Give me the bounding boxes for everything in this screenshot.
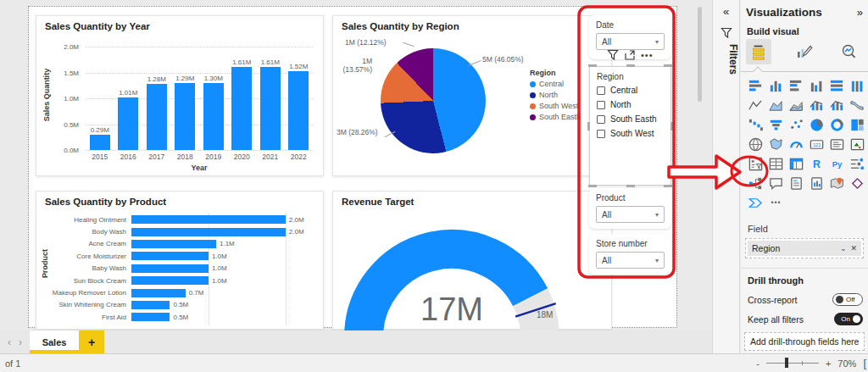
selection-handle[interactable]	[626, 64, 635, 67]
bar-column[interactable]: 1.30M	[199, 47, 228, 150]
scatter-chart-icon[interactable]	[786, 117, 806, 133]
keep-all-filters-toggle[interactable]: On	[834, 313, 863, 325]
selection-handle[interactable]	[626, 185, 635, 187]
selection-handle[interactable]	[588, 185, 597, 187]
python-visual-icon[interactable]: Py	[826, 156, 847, 172]
selection-handle[interactable]	[587, 122, 590, 130]
checkbox-icon[interactable]	[597, 115, 605, 124]
stacked-area-chart-icon[interactable]	[786, 97, 806, 114]
r-script-visual-icon[interactable]: R	[806, 156, 826, 172]
product-dropdown[interactable]: All ▾	[596, 206, 665, 223]
next-page-icon[interactable]: ›	[19, 336, 22, 348]
tab-build-visual[interactable]	[746, 39, 771, 64]
product-bar[interactable]	[131, 301, 170, 309]
area-chart-icon[interactable]	[765, 97, 786, 114]
key-influencers-icon[interactable]	[847, 156, 867, 172]
stacked-column-chart-icon[interactable]	[765, 78, 786, 94]
zoom-out-button[interactable]: -	[756, 358, 760, 369]
drill-through-fields-dropzone[interactable]: Add drill-through fields here	[744, 332, 865, 351]
treemap-icon[interactable]	[847, 117, 867, 133]
year-bar[interactable]	[288, 71, 309, 150]
filters-pane-title[interactable]: Filters	[713, 44, 739, 75]
product-bar[interactable]	[131, 276, 209, 285]
selection-handle[interactable]	[664, 64, 672, 67]
bar-column[interactable]: 0.29M	[86, 47, 114, 150]
donut-chart-icon[interactable]	[826, 117, 847, 133]
visual-sales-quantity-by-product[interactable]: Sales Quantity by Product Product Healin…	[36, 191, 324, 330]
100-stacked-bar-chart-icon[interactable]	[826, 78, 847, 94]
tab-analytics[interactable]	[836, 39, 861, 64]
bar-column[interactable]: 1.61M	[256, 47, 285, 150]
selection-handle[interactable]	[588, 64, 597, 67]
funnel-chart-icon[interactable]	[765, 117, 786, 133]
line-and-stacked-column-chart-icon[interactable]	[806, 97, 826, 114]
line-chart-icon[interactable]	[745, 97, 765, 114]
field-pill-region[interactable]: Region ⌄ ✕	[748, 241, 861, 256]
product-bar-row[interactable]: Skin Whitening Cream0.5M	[48, 299, 318, 311]
legend-item[interactable]: North	[530, 91, 581, 99]
checkbox-icon[interactable]	[597, 86, 605, 95]
kpi-icon[interactable]	[847, 136, 867, 153]
year-bar[interactable]	[175, 83, 195, 150]
clustered-bar-chart-icon[interactable]	[786, 78, 806, 94]
table-icon[interactable]	[765, 156, 786, 172]
product-bar-row[interactable]: First Aid0.5M	[48, 311, 318, 323]
date-dropdown[interactable]: All ▾	[596, 33, 665, 50]
selection-handle[interactable]	[670, 122, 673, 130]
year-bar[interactable]	[231, 67, 252, 150]
product-bar-row[interactable]: Core Moisturizer1.0M	[48, 250, 318, 262]
canvas-scrollbar[interactable]	[698, 7, 702, 102]
remove-field-icon[interactable]: ✕	[850, 244, 857, 253]
waterfall-chart-icon[interactable]	[745, 117, 765, 133]
matrix-icon[interactable]	[786, 156, 806, 172]
pie-chart-icon[interactable]	[806, 117, 826, 133]
legend-item[interactable]: South West	[530, 102, 581, 110]
chevron-down-icon[interactable]: ⌄	[840, 244, 847, 253]
stacked-bar-chart-icon[interactable]	[745, 78, 765, 94]
product-bar-row[interactable]: Body Wash2.0M	[48, 225, 318, 237]
region-checkbox-item[interactable]: South West	[590, 126, 670, 141]
filter-icon[interactable]	[607, 49, 619, 61]
slicer-region[interactable]: Region CentralNorthSouth EasthSouth West	[589, 66, 671, 186]
collapse-pane-icon[interactable]: »	[857, 6, 863, 19]
more-options-icon[interactable]: •••	[765, 195, 786, 211]
checkbox-icon[interactable]	[597, 130, 605, 138]
region-checkbox-item[interactable]: North	[590, 97, 670, 112]
line-and-clustered-column-chart-icon[interactable]	[826, 97, 847, 114]
product-bar-row[interactable]: Acne Cream1.1M	[48, 238, 318, 250]
decomposition-tree-icon[interactable]	[745, 175, 765, 192]
bar-column[interactable]: 1.29M	[171, 47, 200, 150]
product-bar[interactable]	[131, 264, 209, 273]
power-automate-icon[interactable]	[745, 195, 765, 211]
cross-report-toggle[interactable]: Off	[832, 293, 863, 306]
card-icon[interactable]: 123	[806, 136, 826, 153]
slicer-product[interactable]: Product All ▾	[589, 188, 671, 229]
slicer-icon[interactable]	[745, 156, 765, 172]
bar-column[interactable]: 1.01M	[114, 47, 143, 150]
legend-item[interactable]: Central	[530, 80, 581, 88]
expand-filters-icon[interactable]: «	[713, 5, 739, 18]
paginated-report-icon[interactable]	[806, 175, 826, 192]
fit-to-page-icon[interactable]: [	[863, 357, 866, 369]
product-bar[interactable]	[131, 240, 216, 248]
bar-column[interactable]: 1.52M	[285, 47, 314, 150]
year-bar[interactable]	[90, 135, 110, 150]
zoom-in-button[interactable]: +	[826, 358, 831, 369]
product-bar-row[interactable]: Makeup Remover Lotion0.7M	[48, 286, 318, 298]
selection-handle[interactable]	[664, 185, 672, 187]
visual-revenue-target[interactable]: Revenue Target 17M 18M	[332, 191, 612, 330]
store-number-dropdown[interactable]: All ▾	[596, 252, 665, 269]
year-bar[interactable]	[118, 97, 138, 150]
arcgis-map-icon[interactable]	[826, 175, 847, 192]
map-icon[interactable]	[745, 136, 765, 153]
product-bar[interactable]	[131, 215, 286, 224]
year-bar[interactable]	[260, 67, 281, 150]
product-bar[interactable]	[131, 228, 286, 236]
tab-format-visual[interactable]	[791, 39, 816, 64]
smart-narrative-icon[interactable]	[786, 175, 806, 192]
slicer-store-number[interactable]: Store number All ▾	[589, 234, 671, 275]
clustered-column-chart-icon[interactable]	[806, 78, 826, 94]
zoom-slider-thumb[interactable]	[785, 358, 788, 368]
legend-item[interactable]: South Easth	[530, 113, 581, 121]
region-checkbox-item[interactable]: South Easth	[590, 112, 670, 126]
